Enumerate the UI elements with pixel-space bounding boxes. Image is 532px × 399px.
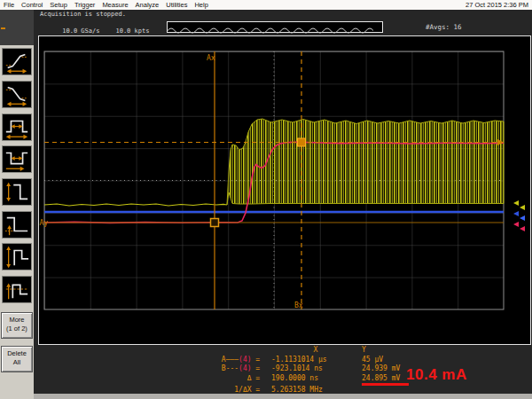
bottom-strip [34, 394, 532, 399]
pos-pulse-width-button[interactable] [2, 113, 32, 141]
delete-all-button[interactable]: Delete All [1, 346, 33, 372]
current-annotation: 10.4 mA [406, 366, 467, 384]
vpp-icon [3, 179, 31, 205]
fall-time-button[interactable] [2, 81, 32, 108]
menu-item-file[interactable]: File [0, 1, 18, 9]
waveform-preview-bar [167, 21, 383, 33]
fall-time-icon [3, 82, 31, 107]
averages-readout: #Avgs: 16 [426, 23, 462, 31]
averages-label: #Avgs: [426, 23, 450, 31]
menu-bar: File Control Setup Trigger Measure Analy… [0, 0, 532, 10]
menu-item-utilities[interactable]: Utilities [162, 1, 191, 9]
more-button[interactable]: More (1 of 2) [1, 312, 33, 339]
waveform-display[interactable]: Ax Bx Ay [38, 35, 531, 345]
waveform-canvas[interactable]: Ax Bx Ay [39, 36, 530, 344]
menu-item-measure[interactable]: Measure [98, 1, 131, 9]
sidebar-orange-tick [1, 27, 5, 29]
vaverage-icon [3, 277, 31, 302]
neg-pulse-width-icon [3, 146, 31, 172]
more-button-line1: More [2, 316, 32, 325]
sample-rate: 10.0 GSa/s [62, 27, 99, 35]
cursor-ay-label: Ay [40, 219, 49, 227]
acquisition-status: Acquisition is stopped. [40, 11, 126, 18]
ch2-ground-marker[interactable] [513, 211, 525, 221]
readout-row-label: Δ = [200, 374, 264, 387]
readout-header-y: Y [360, 346, 458, 356]
readout-row-label: A———(4) = [200, 356, 264, 365]
pos-pulse-width-icon [3, 114, 31, 140]
menu-item-control[interactable]: Control [18, 1, 46, 9]
readout-row-label: B---(4) = [200, 364, 264, 374]
vaverage-button[interactable] [2, 276, 32, 303]
menu-item-trigger[interactable]: Trigger [71, 1, 98, 9]
cursor-b-marker[interactable] [298, 138, 306, 146]
vamplitude-icon [3, 244, 31, 270]
neg-pulse-width-button[interactable] [2, 145, 32, 173]
readout-bx-value: -923.1014 ns [264, 364, 360, 374]
delete-all-line2: All [2, 358, 32, 367]
vpp-button[interactable] [2, 178, 32, 206]
rise-time-icon [3, 49, 31, 74]
menu-item-help[interactable]: Help [191, 1, 211, 9]
measurement-sidebar: More (1 of 2) Delete All [0, 10, 34, 399]
memory-depth: 10.0 kpts [115, 27, 149, 35]
readout-ay-value: 45 µV [360, 356, 458, 365]
vamplitude-button[interactable] [2, 243, 32, 270]
ch1-ground-marker[interactable] [513, 200, 525, 210]
scope-app-area: Acquisition is stopped. 10.0 GSa/s10.0 k… [34, 10, 532, 399]
delete-all-line1: Delete [2, 349, 32, 358]
menu-item-setup[interactable]: Setup [46, 1, 71, 9]
more-button-line2: (1 of 2) [2, 325, 32, 333]
preview-sine-icon [168, 26, 380, 35]
cursor-ax-label: Ax [207, 54, 215, 62]
readout-delta-x-value: 190.0000 ns [264, 374, 360, 387]
ch4-ground-marker[interactable] [513, 222, 525, 231]
oscilloscope-window: File Control Setup Trigger Measure Analy… [0, 0, 532, 399]
cursor-bx-label: Bx [294, 301, 303, 309]
menu-item-analyze[interactable]: Analyze [132, 1, 163, 9]
sidebar-top-panel [0, 10, 34, 45]
clock-display: 27 Oct 2015 2:36 PM [466, 1, 532, 9]
vbase-icon [3, 212, 31, 238]
readout-header-x: X [264, 346, 360, 356]
averages-value: 16 [454, 23, 462, 31]
cursor-a-marker[interactable] [211, 219, 219, 227]
ch1-oscillation-band [227, 119, 504, 205]
readout-ax-value: -1.1131014 µs [264, 356, 360, 365]
vbase-button[interactable] [2, 211, 32, 239]
rise-time-button[interactable] [2, 48, 32, 75]
